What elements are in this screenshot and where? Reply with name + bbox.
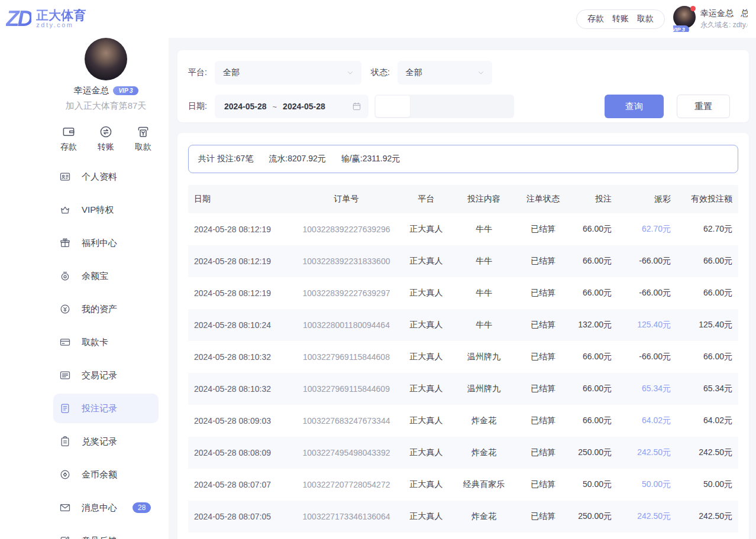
cell-platform: 正大真人 (401, 384, 451, 394)
cell-bet-amount: 66.00元 (570, 384, 620, 394)
vip-badge: VIP 3 (113, 86, 138, 95)
unread-count-badge: 28 (133, 502, 151, 513)
cell-platform: 正大真人 (401, 479, 451, 490)
cell-bet-content: 温州牌九 (451, 384, 516, 394)
cell-platform: 正大真人 (401, 352, 451, 362)
cell-platform: 正大真人 (401, 256, 451, 267)
sidebar-item-bet-records[interactable]: 投注记录 (53, 394, 159, 423)
bet-record-icon (59, 402, 71, 414)
cell-date: 2024-05-28 08:07:05 (188, 512, 292, 521)
calendar-icon (352, 102, 361, 111)
sidebar-item-profile[interactable]: 个人资料 (53, 162, 159, 191)
cell-bet-content: 经典百家乐 (451, 479, 516, 490)
cell-date: 2024-05-28 08:10:32 (188, 384, 292, 394)
brand-logo-mark: ZD (6, 7, 31, 31)
quick-action-withdraw[interactable]: 取款 (129, 125, 157, 152)
mail-icon (59, 502, 71, 514)
cell-payout: 242.50元 (620, 511, 679, 522)
quick-action-transfer[interactable]: 转账 (92, 125, 120, 152)
cell-status: 已结算 (516, 256, 570, 267)
date-range-picker[interactable]: 2024-05-28 ~ 2024-05-28 (215, 95, 369, 118)
notification-dot (690, 6, 696, 11)
table-body: 2024-05-28 08:12:19 1003228392227639296 … (188, 213, 738, 532)
cell-status: 已结算 (516, 511, 570, 522)
permanent-domain: 永久域名: zdty.c (700, 20, 748, 30)
cell-bet-amount: 66.00元 (570, 415, 620, 426)
reset-button[interactable]: 重置 (677, 95, 730, 118)
cell-payout: -66.00元 (620, 288, 679, 298)
clipboard-icon (59, 436, 71, 447)
sidebar-item-vip[interactable]: VIP特权 (53, 195, 159, 225)
cell-platform: 正大真人 (401, 288, 451, 298)
chevron-down-icon (477, 69, 485, 77)
cell-bet-amount: 66.00元 (570, 224, 620, 235)
table-row: 2024-05-28 08:10:32 1003227969115844609 … (188, 373, 738, 405)
cell-date: 2024-05-28 08:12:19 (188, 256, 292, 266)
feedback-icon (59, 535, 71, 539)
sidebar-item-assets[interactable]: 我的资产 (53, 294, 159, 324)
quick-action-deposit[interactable]: 存款 (54, 125, 83, 152)
sidebar-item-yuebao[interactable]: 余额宝 (53, 261, 159, 291)
cell-payout: 62.70元 (620, 224, 679, 235)
sidebar-item-transactions[interactable]: 交易记录 (53, 361, 159, 390)
withdraw-link[interactable]: 取款 (637, 14, 654, 24)
sidebar-item-feedback[interactable]: 意见反馈 (53, 526, 159, 539)
cell-order-number: 1003227683247673344 (292, 416, 401, 426)
wallet-actions-pill: 存款 转账 取款 (576, 9, 665, 29)
cell-bet-amount: 50.00元 (570, 479, 620, 490)
transfer-link[interactable]: 转账 (612, 14, 629, 24)
cell-valid-amount: 64.02元 (679, 415, 738, 426)
date-label: 日期: (188, 101, 207, 112)
cell-status: 已结算 (516, 224, 570, 235)
bet-records-panel: 共计 投注:67笔 流水:8207.92元 输/赢:2311.92元 日期 订单… (177, 133, 749, 539)
cell-bet-amount: 66.00元 (570, 256, 620, 267)
user-chip: VIP 3 幸运金总总资 永久域名: zdty.c (673, 6, 748, 32)
sidebar-item-withdraw-card[interactable]: 取款卡 (53, 327, 159, 357)
filter-panel: 平台: 全部 状态: 全部 日期: 2024-05 (177, 50, 749, 122)
cell-bet-amount: 66.00元 (570, 288, 620, 298)
table-row: 2024-05-28 08:09:03 1003227683247673344 … (188, 405, 738, 437)
brand-logo[interactable]: ZD 正大体育 zdty.com (6, 7, 99, 31)
cell-platform: 正大真人 (401, 224, 451, 235)
cell-date: 2024-05-28 08:12:19 (188, 225, 292, 234)
cell-payout: -66.00元 (620, 256, 679, 267)
cell-order-number: 1003227173346136064 (292, 512, 401, 521)
search-button[interactable]: 查询 (605, 95, 664, 118)
cell-valid-amount: 242.50元 (679, 447, 738, 458)
cell-order-number: 1003227969115844609 (292, 384, 401, 394)
table-row: 2024-05-28 08:12:19 1003228392227639297 … (188, 277, 738, 309)
range-tab-last30[interactable] (479, 96, 513, 117)
cell-valid-amount: 62.70元 (679, 224, 738, 235)
cell-bet-content: 牛牛 (451, 256, 516, 267)
platform-select[interactable]: 全部 (215, 61, 361, 85)
user-assets-label: 总资 (741, 8, 748, 18)
sidebar-item-redeem[interactable]: 兑奖记录 (53, 427, 159, 456)
cell-valid-amount: 242.50元 (679, 511, 738, 522)
join-days-text: 加入正大体育第87天 (53, 100, 159, 112)
cell-order-number: 1003227207728054272 (292, 480, 401, 489)
profile-name: 幸运金总 (73, 85, 109, 96)
table-row: 2024-05-28 08:10:32 1003227969115844608 … (188, 341, 738, 373)
cell-valid-amount: 66.00元 (679, 288, 738, 298)
range-tab-today[interactable] (376, 96, 410, 117)
coin-icon (59, 270, 71, 282)
cell-payout: 50.00元 (620, 479, 679, 490)
cell-order-number: 1003228392227639296 (292, 225, 401, 234)
sidebar-item-messages[interactable]: 消息中心 28 (53, 493, 159, 522)
range-tab-last7[interactable] (444, 96, 479, 117)
profile-avatar[interactable] (85, 38, 127, 80)
sidebar-item-welfare[interactable]: 福利中心 (53, 228, 159, 258)
cell-date: 2024-05-28 08:12:19 (188, 288, 292, 298)
range-tab-yesterday[interactable] (410, 96, 444, 117)
cell-order-number: 1003228001180094464 (292, 320, 401, 330)
wallet-icon (62, 125, 76, 139)
status-select[interactable]: 全部 (398, 61, 492, 85)
deposit-link[interactable]: 存款 (587, 14, 604, 24)
sidebar-item-gold-balance[interactable]: 金币余额 (53, 460, 159, 489)
cell-date: 2024-05-28 08:10:32 (188, 352, 292, 362)
sidebar: 幸运金总 VIP 3 加入正大体育第87天 存款 转账 取款 (0, 38, 169, 539)
cell-payout: 64.02元 (620, 415, 679, 426)
atm-icon (136, 125, 150, 139)
cell-payout: 242.50元 (620, 447, 679, 458)
cell-status: 已结算 (516, 479, 570, 490)
